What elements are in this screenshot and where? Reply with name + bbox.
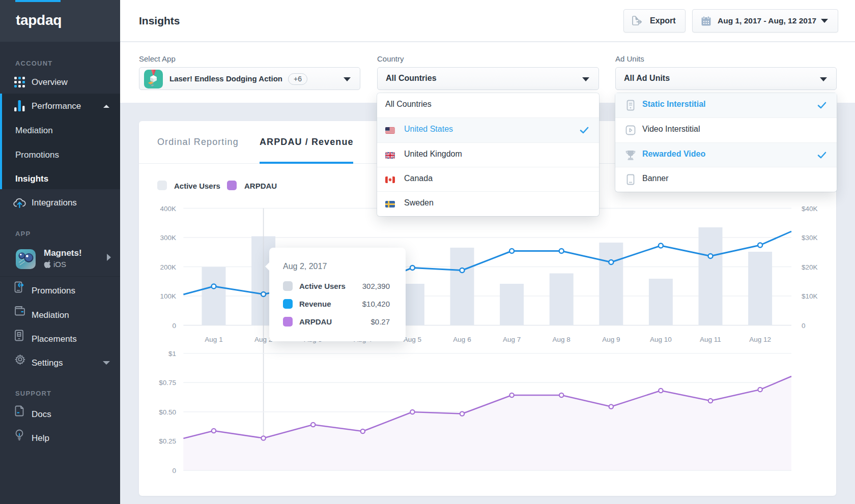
svg-text:Aug 5: Aug 5 bbox=[404, 336, 421, 343]
svg-text:$10K: $10K bbox=[802, 292, 818, 300]
svg-text:Aug 12: Aug 12 bbox=[749, 336, 771, 343]
svg-text:200K: 200K bbox=[160, 263, 176, 271]
svg-text:Aug 8: Aug 8 bbox=[553, 336, 571, 343]
svg-text:Aug 9: Aug 9 bbox=[602, 336, 620, 343]
svg-text:Aug 6: Aug 6 bbox=[453, 336, 471, 343]
svg-text:$40K: $40K bbox=[802, 205, 818, 213]
svg-text:300K: 300K bbox=[160, 234, 176, 242]
svg-text:$1: $1 bbox=[168, 350, 176, 358]
svg-text:Aug 11: Aug 11 bbox=[700, 336, 721, 343]
svg-text:$0.25: $0.25 bbox=[159, 437, 176, 445]
svg-text:0: 0 bbox=[802, 322, 806, 330]
svg-text:Aug 10: Aug 10 bbox=[650, 336, 672, 343]
svg-text:400K: 400K bbox=[160, 205, 176, 213]
svg-text:0: 0 bbox=[172, 467, 176, 475]
svg-text:Aug 1: Aug 1 bbox=[205, 336, 222, 343]
svg-text:$0.50: $0.50 bbox=[159, 408, 176, 416]
svg-text:100K: 100K bbox=[160, 292, 176, 300]
svg-text:$30K: $30K bbox=[802, 234, 818, 242]
svg-text:$20K: $20K bbox=[802, 263, 818, 271]
svg-text:0: 0 bbox=[172, 322, 176, 330]
svg-text:$0.75: $0.75 bbox=[159, 379, 176, 387]
svg-text:Aug 7: Aug 7 bbox=[503, 336, 521, 343]
